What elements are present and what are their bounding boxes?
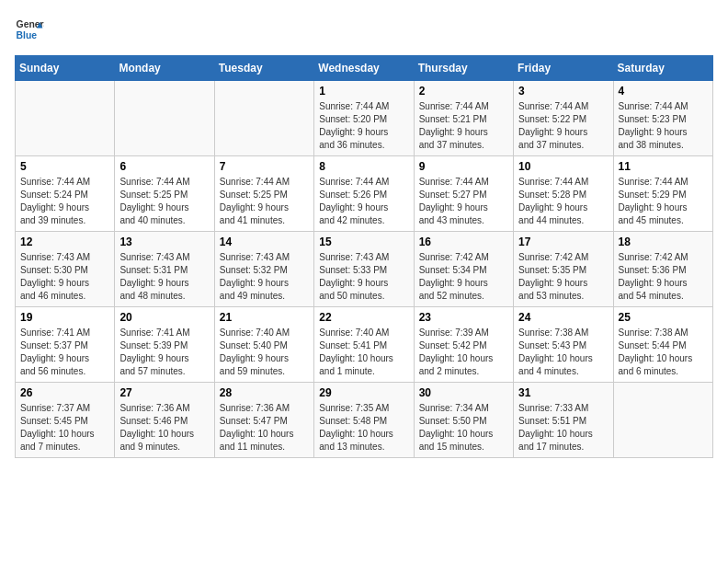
day-info: Sunrise: 7:40 AM Sunset: 5:40 PM Dayligh… — [220, 327, 309, 378]
day-number: 26 — [20, 386, 109, 399]
calendar-cell: 3Sunrise: 7:44 AM Sunset: 5:22 PM Daylig… — [514, 81, 613, 156]
day-number: 30 — [419, 386, 508, 399]
day-number: 22 — [319, 311, 408, 324]
calendar-cell: 24Sunrise: 7:38 AM Sunset: 5:43 PM Dayli… — [514, 307, 613, 383]
day-info: Sunrise: 7:39 AM Sunset: 5:42 PM Dayligh… — [419, 327, 508, 378]
day-info: Sunrise: 7:33 AM Sunset: 5:51 PM Dayligh… — [518, 402, 608, 454]
svg-text:Blue: Blue — [17, 30, 38, 40]
logo-icon: General Blue — [15, 15, 44, 44]
calendar-cell: 8Sunrise: 7:44 AM Sunset: 5:26 PM Daylig… — [314, 156, 414, 232]
day-info: Sunrise: 7:43 AM Sunset: 5:31 PM Dayligh… — [119, 251, 209, 303]
day-number: 18 — [619, 236, 708, 248]
calendar-cell: 10Sunrise: 7:44 AM Sunset: 5:28 PM Dayli… — [514, 156, 613, 232]
day-info: Sunrise: 7:43 AM Sunset: 5:33 PM Dayligh… — [319, 251, 408, 303]
calendar-cell: 6Sunrise: 7:44 AM Sunset: 5:25 PM Daylig… — [115, 156, 214, 232]
day-number: 16 — [419, 236, 508, 248]
day-info: Sunrise: 7:44 AM Sunset: 5:22 PM Dayligh… — [518, 100, 608, 152]
calendar-cell: 13Sunrise: 7:43 AM Sunset: 5:31 PM Dayli… — [115, 232, 214, 307]
day-info: Sunrise: 7:44 AM Sunset: 5:24 PM Dayligh… — [20, 176, 109, 227]
weekday-header: Friday — [514, 56, 613, 81]
day-number: 24 — [518, 311, 608, 324]
day-number: 6 — [119, 160, 209, 173]
day-number: 2 — [419, 85, 508, 98]
calendar-cell: 29Sunrise: 7:35 AM Sunset: 5:48 PM Dayli… — [314, 383, 414, 458]
day-info: Sunrise: 7:44 AM Sunset: 5:27 PM Dayligh… — [419, 176, 508, 227]
day-number: 1 — [319, 85, 408, 98]
calendar-week-row: 19Sunrise: 7:41 AM Sunset: 5:37 PM Dayli… — [16, 307, 713, 383]
calendar-cell: 25Sunrise: 7:38 AM Sunset: 5:44 PM Dayli… — [613, 307, 712, 383]
day-number: 23 — [419, 311, 508, 324]
day-info: Sunrise: 7:44 AM Sunset: 5:25 PM Dayligh… — [119, 176, 209, 227]
weekday-header: Monday — [115, 56, 214, 81]
day-number: 20 — [119, 311, 209, 324]
day-number: 13 — [119, 236, 209, 248]
calendar-cell: 2Sunrise: 7:44 AM Sunset: 5:21 PM Daylig… — [414, 81, 513, 156]
day-number: 17 — [518, 236, 608, 248]
day-info: Sunrise: 7:43 AM Sunset: 5:30 PM Dayligh… — [20, 251, 109, 303]
day-number: 7 — [220, 160, 309, 173]
day-number: 27 — [119, 386, 209, 399]
weekday-header: Sunday — [16, 56, 115, 81]
day-info: Sunrise: 7:44 AM Sunset: 5:20 PM Dayligh… — [319, 100, 408, 152]
page-header: General Blue — [15, 15, 713, 44]
calendar-cell: 1Sunrise: 7:44 AM Sunset: 5:20 PM Daylig… — [314, 81, 414, 156]
day-number: 31 — [518, 386, 608, 399]
calendar-cell: 31Sunrise: 7:33 AM Sunset: 5:51 PM Dayli… — [514, 383, 613, 458]
day-info: Sunrise: 7:41 AM Sunset: 5:37 PM Dayligh… — [20, 327, 109, 378]
calendar-cell: 11Sunrise: 7:44 AM Sunset: 5:29 PM Dayli… — [613, 156, 712, 232]
day-info: Sunrise: 7:44 AM Sunset: 5:25 PM Dayligh… — [220, 176, 309, 227]
day-number: 11 — [619, 160, 708, 173]
calendar-cell — [16, 81, 115, 156]
day-info: Sunrise: 7:36 AM Sunset: 5:47 PM Dayligh… — [220, 402, 309, 454]
weekday-header: Tuesday — [214, 56, 313, 81]
calendar-week-row: 1Sunrise: 7:44 AM Sunset: 5:20 PM Daylig… — [16, 81, 713, 156]
day-number: 21 — [220, 311, 309, 324]
calendar-cell: 15Sunrise: 7:43 AM Sunset: 5:33 PM Dayli… — [314, 232, 414, 307]
day-number: 3 — [518, 85, 608, 98]
calendar-cell: 7Sunrise: 7:44 AM Sunset: 5:25 PM Daylig… — [214, 156, 313, 232]
calendar-week-row: 12Sunrise: 7:43 AM Sunset: 5:30 PM Dayli… — [16, 232, 713, 307]
calendar-cell: 5Sunrise: 7:44 AM Sunset: 5:24 PM Daylig… — [16, 156, 115, 232]
day-number: 5 — [20, 160, 109, 173]
day-number: 14 — [220, 236, 309, 248]
day-number: 15 — [319, 236, 408, 248]
calendar-cell: 4Sunrise: 7:44 AM Sunset: 5:23 PM Daylig… — [613, 81, 712, 156]
day-info: Sunrise: 7:42 AM Sunset: 5:35 PM Dayligh… — [518, 251, 608, 303]
calendar-cell: 21Sunrise: 7:40 AM Sunset: 5:40 PM Dayli… — [214, 307, 313, 383]
day-number: 8 — [319, 160, 408, 173]
calendar-week-row: 5Sunrise: 7:44 AM Sunset: 5:24 PM Daylig… — [16, 156, 713, 232]
calendar-cell — [613, 383, 712, 458]
calendar-cell: 16Sunrise: 7:42 AM Sunset: 5:34 PM Dayli… — [414, 232, 513, 307]
calendar-cell: 17Sunrise: 7:42 AM Sunset: 5:35 PM Dayli… — [514, 232, 613, 307]
day-number: 28 — [220, 386, 309, 399]
day-number: 29 — [319, 386, 408, 399]
day-number: 12 — [20, 236, 109, 248]
calendar-cell: 30Sunrise: 7:34 AM Sunset: 5:50 PM Dayli… — [414, 383, 513, 458]
day-info: Sunrise: 7:34 AM Sunset: 5:50 PM Dayligh… — [419, 402, 508, 454]
calendar-cell: 12Sunrise: 7:43 AM Sunset: 5:30 PM Dayli… — [16, 232, 115, 307]
weekday-header-row: SundayMondayTuesdayWednesdayThursdayFrid… — [16, 56, 713, 81]
day-info: Sunrise: 7:37 AM Sunset: 5:45 PM Dayligh… — [20, 402, 109, 454]
day-info: Sunrise: 7:44 AM Sunset: 5:29 PM Dayligh… — [619, 176, 708, 227]
day-info: Sunrise: 7:41 AM Sunset: 5:39 PM Dayligh… — [119, 327, 209, 378]
day-info: Sunrise: 7:38 AM Sunset: 5:44 PM Dayligh… — [619, 327, 708, 378]
day-number: 4 — [619, 85, 708, 98]
day-number: 25 — [619, 311, 708, 324]
logo: General Blue — [15, 15, 48, 44]
weekday-header: Saturday — [613, 56, 712, 81]
day-info: Sunrise: 7:44 AM Sunset: 5:28 PM Dayligh… — [518, 176, 608, 227]
calendar-cell: 23Sunrise: 7:39 AM Sunset: 5:42 PM Dayli… — [414, 307, 513, 383]
calendar-cell: 28Sunrise: 7:36 AM Sunset: 5:47 PM Dayli… — [214, 383, 313, 458]
weekday-header: Wednesday — [314, 56, 414, 81]
day-info: Sunrise: 7:38 AM Sunset: 5:43 PM Dayligh… — [518, 327, 608, 378]
day-info: Sunrise: 7:44 AM Sunset: 5:21 PM Dayligh… — [419, 100, 508, 152]
calendar-table: SundayMondayTuesdayWednesdayThursdayFrid… — [15, 55, 713, 458]
day-info: Sunrise: 7:42 AM Sunset: 5:34 PM Dayligh… — [419, 251, 508, 303]
day-number: 10 — [518, 160, 608, 173]
calendar-cell — [115, 81, 214, 156]
calendar-cell: 20Sunrise: 7:41 AM Sunset: 5:39 PM Dayli… — [115, 307, 214, 383]
day-info: Sunrise: 7:42 AM Sunset: 5:36 PM Dayligh… — [619, 251, 708, 303]
calendar-week-row: 26Sunrise: 7:37 AM Sunset: 5:45 PM Dayli… — [16, 383, 713, 458]
day-info: Sunrise: 7:44 AM Sunset: 5:23 PM Dayligh… — [619, 100, 708, 152]
day-info: Sunrise: 7:36 AM Sunset: 5:46 PM Dayligh… — [119, 402, 209, 454]
